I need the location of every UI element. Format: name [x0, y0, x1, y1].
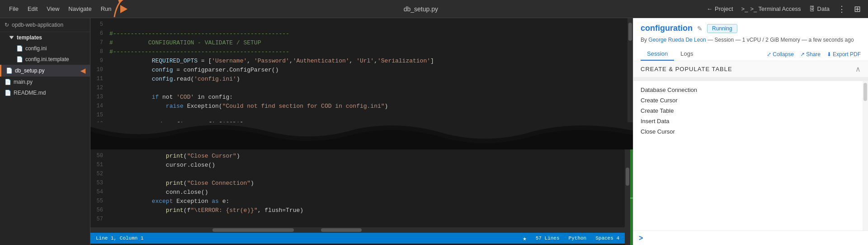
config-title: configuration [641, 24, 693, 33]
line-number: 51 [90, 162, 109, 168]
right-panel-bottom: Database Connection Create Cursor Create… [633, 81, 868, 231]
folder-arrow-icon [9, 36, 14, 39]
top-right-actions: ← Project >_ >_ Terminal Access 🗄 Data ⋮… [707, 4, 868, 14]
menu-view[interactable]: View [42, 0, 64, 18]
editor-scrollbar-v[interactable] [627, 18, 633, 122]
green-marker [630, 197, 633, 199]
line-content: #---------------------------------------… [109, 30, 289, 37]
sidebar-file-label: main.py [14, 79, 33, 85]
code-line-11: 11 config.read('config.ini') [90, 74, 627, 83]
arrow-left-icon: ← [707, 5, 712, 12]
horiz-scrollbar-thumb2 [321, 228, 362, 232]
tab-logs[interactable]: Logs [674, 48, 699, 61]
more-options-button[interactable]: ⋮ [838, 4, 846, 14]
line-number: 52 [90, 171, 109, 177]
sidebar-item-main[interactable]: 📄 main.py [0, 77, 90, 87]
menu-navigate[interactable]: Navigate [64, 0, 96, 18]
config-title-row: configuration ✎ Running [641, 24, 861, 33]
indent-indicator: Spaces 4 [595, 235, 619, 241]
line-content: config.read('config.ini') [109, 69, 240, 89]
code-line-7: 7 # CONFIGURATION - VALIDATE / SETUP [90, 38, 627, 47]
sidebar-item-config-ini[interactable]: 📄 config.ini [0, 43, 90, 54]
line-number: 53 [90, 180, 109, 186]
wave-svg [90, 122, 633, 149]
right-panel-scrollbar[interactable] [863, 81, 868, 231]
project-link[interactable]: ← Project [707, 5, 733, 12]
log-item-close: Close Cursor [641, 126, 855, 137]
line-content: cod_config = config['COD'] [109, 114, 243, 123]
terminal-icon: >_ [741, 5, 748, 12]
line-content: print(f"\tERROR: {str(e)}", flush=True) [109, 200, 303, 221]
collapse-section-icon[interactable]: ∧ [855, 65, 861, 73]
file-icon: 📄 [5, 90, 11, 96]
tab-row: Session Logs ⤢ Collapse ↗ Share ⬇ Export… [641, 48, 861, 61]
line-content: raise Exception("Could not find section … [109, 96, 388, 116]
sidebar-item-db-setup[interactable]: 📄 db_setup.py ◀ [0, 65, 90, 77]
share-link[interactable]: ↗ Share [800, 51, 821, 58]
line-number: 15 [90, 112, 109, 118]
share-label: Share [806, 51, 821, 58]
project-name: opdb-web-application [12, 22, 63, 28]
sidebar: ↻ opdb-web-application templates 📄 confi… [0, 18, 90, 245]
code-line-56: 56 print(f"\tERROR: {str(e)}", flush=Tru… [90, 206, 625, 215]
project-label: Project [715, 5, 733, 12]
edit-icon[interactable]: ✎ [697, 25, 703, 32]
sidebar-item-config-ini-template[interactable]: 📄 config.ini.template [0, 54, 90, 65]
line-number: 5 [90, 21, 109, 28]
log-item-cursor: Create Cursor [641, 95, 855, 106]
line-number: 6 [90, 30, 109, 37]
line-number: 11 [90, 76, 109, 82]
refresh-icon: ↻ [5, 22, 9, 28]
section-heading: CREATE & POPULATE TABLE [641, 66, 732, 72]
terminal-link[interactable]: >_ >_ Terminal Access [741, 5, 801, 12]
grid-button[interactable]: ⊞ [854, 4, 861, 14]
horiz-scrollbar[interactable] [90, 227, 625, 233]
line-number: 57 [90, 216, 109, 222]
line-number: 7 [90, 39, 109, 46]
download-icon: ⬇ [827, 51, 831, 58]
line-number: 9 [90, 58, 109, 64]
sidebar-file-label: config.ini.template [25, 56, 69, 62]
editor-container: 5 6 #-----------------------------------… [90, 18, 633, 245]
sidebar-project[interactable]: ↻ opdb-web-application [0, 18, 90, 32]
right-scrollbar-thumb [863, 83, 867, 101]
expand-icon[interactable]: > [639, 234, 643, 242]
line-number: 55 [90, 198, 109, 204]
status-bar: Line 1, Column 1 ★ 57 Lines Python Space… [90, 233, 625, 244]
line-number: 12 [90, 85, 109, 91]
menu-file[interactable]: File [5, 0, 23, 18]
terminal-label: >_ Terminal Access [750, 5, 801, 12]
running-badge: Running [707, 24, 737, 33]
data-label: Data [817, 5, 830, 12]
log-list: Database Connection Create Cursor Create… [633, 81, 863, 140]
line-number: 54 [90, 189, 109, 195]
editor-top: 5 6 #-----------------------------------… [90, 18, 633, 122]
sidebar-item-templates[interactable]: templates [0, 32, 90, 43]
export-link[interactable]: ⬇ Export PDF [827, 51, 861, 58]
bookmark-icon[interactable]: ★ [523, 235, 526, 242]
log-item-db: Database Connection [641, 85, 855, 95]
author-link[interactable]: George Rueda De Leon [648, 37, 706, 43]
log-content: Database Connection Create Cursor Create… [633, 81, 863, 231]
collapse-link[interactable]: ⤢ Collapse [767, 51, 794, 58]
right-panel-footer: > [633, 231, 868, 245]
line-number: 50 [90, 153, 109, 159]
cursor-position: Line 1, Column 1 [96, 235, 144, 241]
line-number: 8 [90, 48, 109, 55]
menu-area: File Edit View Navigate Run [0, 0, 135, 18]
main-layout: ↻ opdb-web-application templates 📄 confi… [0, 18, 868, 245]
sidebar-file-label: config.ini [25, 45, 47, 52]
editor-bottom: 50 print("Close Cursor") 51 cursor.close… [90, 149, 633, 245]
log-item-insert: Insert Data [641, 116, 855, 126]
data-link[interactable]: 🗄 Data [809, 5, 830, 12]
tab-session[interactable]: Session [641, 48, 674, 61]
sidebar-file-label: db_setup.py [15, 67, 44, 74]
sidebar-item-readme[interactable]: 📄 README.md [0, 87, 90, 98]
menu-edit[interactable]: Edit [23, 0, 42, 18]
editor-bottom-scrollbar[interactable] [625, 149, 630, 245]
code-top[interactable]: 5 6 #-----------------------------------… [90, 18, 627, 122]
top-bar: File Edit View Navigate Run db_setup.py [0, 0, 868, 18]
share-icon: ↗ [800, 51, 805, 58]
code-bottom[interactable]: 50 print("Close Cursor") 51 cursor.close… [90, 149, 625, 245]
code-line-6: 6 #-------------------------------------… [90, 29, 627, 38]
